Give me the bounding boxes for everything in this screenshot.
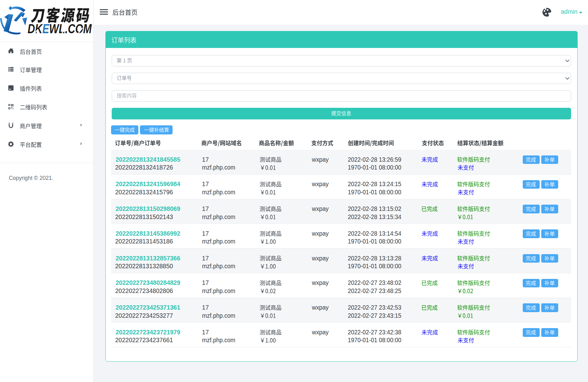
svg-text:2022022813132857366: 2022022813132857366 xyxy=(116,255,180,262)
svg-text:mzf.php.com: mzf.php.com xyxy=(202,189,235,196)
svg-text:mzf.php.com: mzf.php.com xyxy=(202,263,235,269)
svg-text:wxpay: wxpay xyxy=(312,255,329,262)
svg-text:2022022723480284829: 2022022723480284829 xyxy=(116,279,180,286)
svg-text:2022-02-27 23:43:15: 2022-02-27 23:43:15 xyxy=(348,312,402,319)
svg-text:2022-02-28 13:26:59: 2022-02-28 13:26:59 xyxy=(348,156,402,163)
svg-text:1970-01-01 08:00:00: 1970-01-01 08:00:00 xyxy=(348,238,402,245)
svg-text:wxpay: wxpay xyxy=(312,304,329,311)
svg-text:2022022723423721979: 2022022723423721979 xyxy=(116,329,180,336)
svg-text:2022-02-28 13:24:15: 2022-02-28 13:24:15 xyxy=(348,181,402,187)
svg-text:wxpay: wxpay xyxy=(312,181,329,187)
svg-text:1970-01-01 08:00:00: 1970-01-01 08:00:00 xyxy=(348,337,402,343)
svg-text:17: 17 xyxy=(202,181,209,187)
svg-text:mzf.php.com: mzf.php.com xyxy=(202,238,235,245)
svg-text:17: 17 xyxy=(202,255,209,262)
svg-text:1970-01-01 08:00:00: 1970-01-01 08:00:00 xyxy=(348,164,402,171)
svg-text:mzf.php.com: mzf.php.com xyxy=(202,337,235,343)
svg-text:2022-02-27 23:48:25: 2022-02-27 23:48:25 xyxy=(348,287,402,294)
svg-text:20220227234253277: 20220227234253277 xyxy=(115,312,173,319)
svg-text:17: 17 xyxy=(202,230,209,237)
svg-text:17: 17 xyxy=(202,205,209,212)
svg-text:mzf.php.com: mzf.php.com xyxy=(202,312,235,319)
svg-text:admin: admin xyxy=(561,8,578,15)
svg-text:2022-02-28 13:15:02: 2022-02-28 13:15:02 xyxy=(348,205,402,212)
svg-text:17: 17 xyxy=(202,329,209,336)
svg-text:1970-01-01 08:00:00: 1970-01-01 08:00:00 xyxy=(348,263,402,269)
svg-text:mzf.php.com: mzf.php.com xyxy=(202,164,235,171)
svg-text:2022-02-28 13:14:54: 2022-02-28 13:14:54 xyxy=(348,230,402,237)
svg-text:20220228131502143: 20220228131502143 xyxy=(115,213,173,220)
svg-text:wxpay: wxpay xyxy=(312,205,329,212)
svg-text:2022022813241596984: 2022022813241596984 xyxy=(116,181,180,187)
svg-text:20220227234802806: 20220227234802806 xyxy=(115,287,173,294)
svg-text:20220228132415796: 20220228132415796 xyxy=(115,189,173,196)
svg-text:2022022813241845585: 2022022813241845585 xyxy=(116,156,180,163)
svg-text:2022-02-27 23:48:02: 2022-02-27 23:48:02 xyxy=(348,279,402,286)
svg-text:17: 17 xyxy=(202,156,209,163)
svg-text:2022022723425371361: 2022022723425371361 xyxy=(116,304,180,311)
svg-text:20220228132418726: 20220228132418726 xyxy=(115,164,173,171)
svg-text:17: 17 xyxy=(202,304,209,311)
svg-text:2022022813150298069: 2022022813150298069 xyxy=(116,205,180,212)
svg-text:20220228131453186: 20220228131453186 xyxy=(115,238,173,245)
svg-text:wxpay: wxpay xyxy=(312,156,329,163)
svg-text:2022-02-28 13:13:28: 2022-02-28 13:13:28 xyxy=(348,255,402,262)
svg-text:mzf.php.com: mzf.php.com xyxy=(202,287,235,294)
svg-text:mzf.php.com: mzf.php.com xyxy=(202,213,235,220)
svg-text:2022-02-28 13:15:34: 2022-02-28 13:15:34 xyxy=(348,213,402,220)
svg-text:wxpay: wxpay xyxy=(312,279,329,286)
svg-text:2022-02-27 23:42:53: 2022-02-27 23:42:53 xyxy=(348,304,402,311)
svg-text:2022-02-27 23:42:38: 2022-02-27 23:42:38 xyxy=(348,329,402,336)
svg-text:wxpay: wxpay xyxy=(312,329,329,336)
svg-text:20220228131328850: 20220228131328850 xyxy=(115,263,173,269)
svg-text:2022022813145386992: 2022022813145386992 xyxy=(116,230,180,237)
svg-text:1970-01-01 08:00:00: 1970-01-01 08:00:00 xyxy=(348,189,402,196)
svg-text:17: 17 xyxy=(202,279,209,286)
svg-text:wxpay: wxpay xyxy=(312,230,329,237)
svg-text:20220227234237661: 20220227234237661 xyxy=(115,337,173,343)
svg-text:Copyright © 2021.: Copyright © 2021. xyxy=(9,175,53,181)
